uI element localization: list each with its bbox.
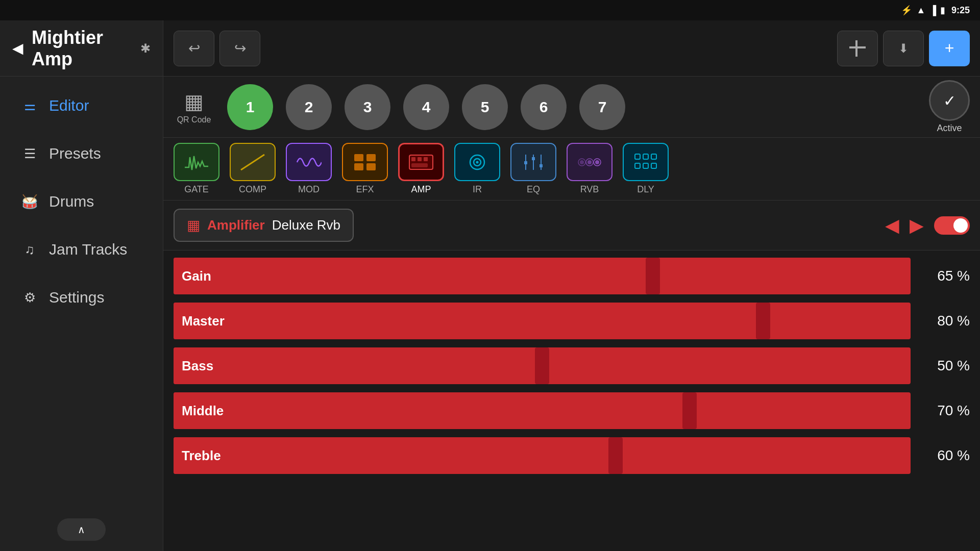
effect-gate[interactable]: GATE [174,143,219,195]
bass-label: Bass [182,358,213,374]
preset-7-button[interactable]: 7 [579,84,625,130]
jamtracks-icon: ♫ [20,242,39,258]
amp-selector-icon: ▦ [187,217,200,234]
comp-label: COMP [239,184,266,195]
active-check-button[interactable]: ✓ [929,80,970,121]
preset-3-button[interactable]: 3 [345,84,390,130]
settings-icon: ⚙ [20,290,39,306]
jamtracks-label: Jam Tracks [49,241,127,258]
amp-prev-button[interactable]: ◀ [885,215,899,236]
qr-icon: ▦ [184,90,204,113]
settings-label: Settings [49,289,104,306]
gate-icon-box [174,143,219,181]
sliders-container: Gain 65 % Master 80 % Bass [163,251,980,551]
qr-code-button[interactable]: ▦ QR Code [168,82,219,133]
effect-comp[interactable]: COMP [230,143,276,195]
collapse-button[interactable]: ∧ [57,518,106,541]
svg-rect-1 [855,40,857,57]
treble-value: 60 % [919,447,970,464]
svg-rect-10 [424,157,428,161]
redo-button[interactable]: ↪ [219,31,260,66]
master-value: 80 % [919,313,970,329]
preset-4-button[interactable]: 4 [403,84,449,130]
amp-label: AMP [411,184,431,195]
gain-label: Gain [182,268,211,284]
treble-slider[interactable]: Treble [174,437,911,474]
add-button[interactable]: + [929,31,970,66]
svg-rect-19 [532,157,535,160]
sidebar: ◀ Mightier Amp ✱ ⚌ Editor ☰ Presets 🥁 Dr… [0,20,163,551]
preset-2-button[interactable]: 2 [286,84,332,130]
effect-efx[interactable]: EFX [342,143,388,195]
sidebar-item-drums[interactable]: 🥁 Drums [5,179,158,224]
battery-icon: ▮ [940,5,945,16]
sidebar-item-settings[interactable]: ⚙ Settings [5,274,158,320]
svg-point-14 [476,161,479,163]
master-slider[interactable]: Master [174,303,911,339]
svg-rect-9 [418,157,422,161]
effect-dly[interactable]: DLY [623,143,669,195]
treble-slider-row: Treble 60 % [174,435,970,476]
rvb-label: RVB [580,184,599,195]
efx-label: EFX [356,184,374,195]
bass-slider[interactable]: Bass [174,347,911,384]
svg-rect-3 [354,154,363,161]
middle-slider[interactable]: Middle [174,392,911,429]
effect-amp[interactable]: AMP [398,143,444,195]
gain-slider[interactable]: Gain [174,258,911,294]
effect-eq[interactable]: EQ [510,143,556,195]
svg-point-25 [595,160,599,164]
sidebar-item-presets[interactable]: ☰ Presets [5,131,158,177]
wifi-icon: ▲ [916,5,925,16]
treble-thumb [608,437,623,474]
amp-nav-right: ◀ ▶ [885,215,970,236]
ir-label: IR [473,184,482,195]
signal-icon: ▐ [929,5,936,16]
svg-rect-27 [635,154,640,159]
effect-mod[interactable]: MOD [286,143,332,195]
app-title: Mightier Amp [32,27,132,70]
middle-slider-row: Middle 70 % [174,390,970,431]
gain-thumb [646,258,660,294]
presets-icon: ☰ [20,146,39,162]
presets-label: Presets [49,145,101,162]
svg-rect-18 [524,161,527,164]
preset-5-button[interactable]: 5 [462,84,508,130]
toolbar-right: ⬇ + [883,31,970,66]
master-label: Master [182,313,225,329]
qr-label: QR Code [177,115,211,124]
editor-icon: ⚌ [20,98,39,114]
svg-rect-8 [411,157,415,161]
eq-icon-box [510,143,556,181]
sidebar-item-jamtracks[interactable]: ♫ Jam Tracks [5,227,158,272]
svg-rect-28 [643,154,648,159]
undo-button[interactable]: ↩ [174,31,214,66]
gate-label: GATE [184,184,209,195]
drums-icon: 🥁 [20,194,39,210]
amp-name: Deluxe Rvb [272,217,340,233]
split-button[interactable] [837,31,878,66]
gain-value: 65 % [919,268,970,284]
effect-ir[interactable]: IR [454,143,500,195]
download-button[interactable]: ⬇ [883,31,924,66]
treble-label: Treble [182,448,221,464]
status-bar: ⚡ ▲ ▐ ▮ 9:25 [0,0,980,20]
svg-rect-32 [651,163,656,168]
mod-label: MOD [298,184,320,195]
mod-icon-box [286,143,332,181]
amp-selector[interactable]: ▦ Amplifier Deluxe Rvb [174,209,354,242]
amp-toggle[interactable] [934,216,970,235]
preset-6-button[interactable]: 6 [521,84,567,130]
sidebar-header: ◀ Mightier Amp ✱ [0,20,163,77]
svg-rect-11 [411,163,428,167]
master-slider-row: Master 80 % [174,300,970,341]
bass-thumb [535,347,549,384]
svg-rect-31 [643,163,648,168]
back-button[interactable]: ◀ [12,40,23,57]
amp-next-button[interactable]: ▶ [910,215,924,236]
effect-rvb[interactable]: RVB [567,143,612,195]
efx-icon-box [342,143,388,181]
amp-icon-box [398,143,444,181]
preset-1-button[interactable]: 1 [227,84,273,130]
sidebar-item-editor[interactable]: ⚌ Editor [5,83,158,129]
